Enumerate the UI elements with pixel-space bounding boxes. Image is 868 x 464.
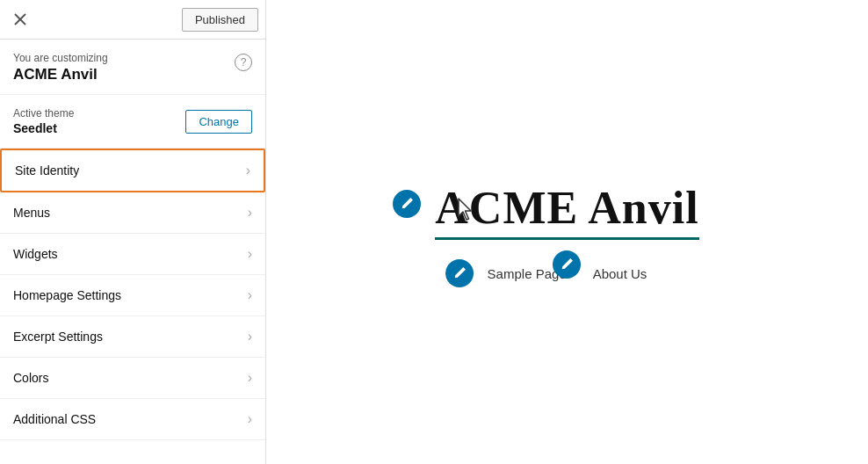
- nav-item-label: Menus: [13, 206, 50, 220]
- chevron-right-icon: ›: [248, 287, 252, 303]
- preview-inner: ACME Anvil Sample Page About Us: [266, 0, 868, 464]
- preview-site-title: ACME Anvil: [435, 183, 698, 233]
- customizing-info: You are customizing ACME Anvil ?: [0, 40, 265, 95]
- nav-item-additional-css[interactable]: Additional CSS ›: [0, 399, 265, 440]
- sidebar-topbar: Published: [0, 0, 265, 40]
- site-name-label: ACME Anvil: [13, 66, 108, 83]
- nav-item-label: Colors: [13, 371, 48, 385]
- edit-nav-button[interactable]: [445, 259, 474, 287]
- nav-item-site-identity[interactable]: Site Identity ›: [0, 149, 265, 192]
- edit-title-button[interactable]: [393, 190, 421, 218]
- chevron-right-icon: ›: [248, 370, 252, 386]
- chevron-right-icon: ›: [248, 246, 252, 262]
- change-theme-button[interactable]: Change: [185, 110, 252, 134]
- nav-item-label: Widgets: [13, 247, 58, 261]
- nav-item-colors[interactable]: Colors ›: [0, 358, 265, 399]
- nav-item-widgets[interactable]: Widgets ›: [0, 234, 265, 275]
- active-theme-label: Active theme: [13, 107, 74, 120]
- nav-item-homepage-settings[interactable]: Homepage Settings ›: [0, 275, 265, 316]
- nav-item-label: Additional CSS: [13, 412, 96, 426]
- nav-items-list: Site Identity › Menus › Widgets › Homepa…: [0, 149, 265, 464]
- nav-preview: Sample Page About Us: [488, 266, 647, 281]
- nav-item-menus[interactable]: Menus ›: [0, 192, 265, 234]
- preview-area: ACME Anvil Sample Page About Us: [266, 0, 868, 464]
- close-button[interactable]: [7, 10, 33, 29]
- edit-nav-center-button[interactable]: [553, 250, 581, 279]
- nav-preview-container: Sample Page About Us: [488, 266, 647, 281]
- active-theme-section: Active theme Seedlet Change: [0, 95, 265, 149]
- chevron-right-icon: ›: [248, 205, 252, 221]
- nav-item-label: Excerpt Settings: [13, 330, 103, 344]
- chevron-right-icon: ›: [248, 411, 252, 427]
- site-title-area: ACME Anvil: [435, 183, 698, 239]
- site-title-underline: [435, 237, 698, 240]
- nav-item-excerpt-settings[interactable]: Excerpt Settings ›: [0, 316, 265, 358]
- nav-item-label: Site Identity: [15, 163, 79, 178]
- sidebar: Published You are customizing ACME Anvil…: [0, 0, 266, 464]
- nav-link-about-us[interactable]: About Us: [593, 266, 647, 281]
- nav-item-label: Homepage Settings: [13, 288, 121, 302]
- chevron-right-icon: ›: [248, 329, 252, 344]
- theme-name: Seedlet: [13, 121, 74, 135]
- help-icon[interactable]: ?: [235, 54, 252, 71]
- published-button[interactable]: Published: [182, 8, 258, 32]
- customizing-label: You are customizing: [13, 52, 108, 64]
- chevron-right-icon: ›: [246, 163, 250, 178]
